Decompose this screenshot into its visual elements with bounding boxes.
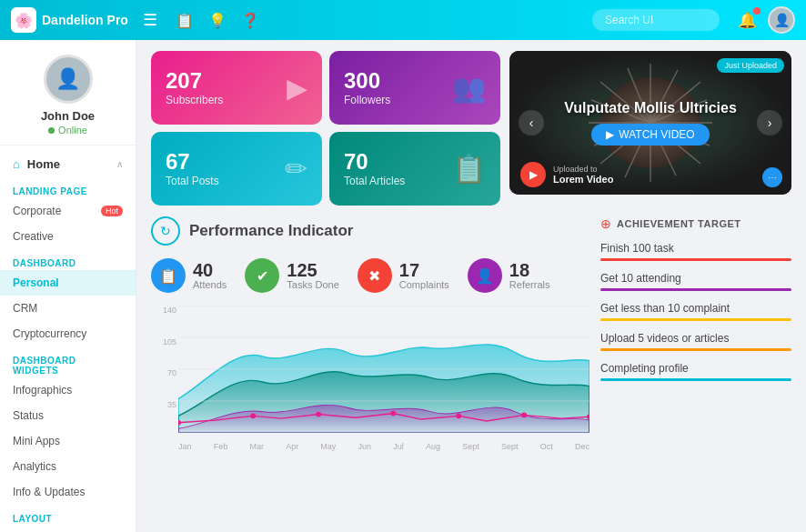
crypto-label: Cryptocurrency <box>13 327 86 340</box>
infoupdates-label: Info & Updates <box>13 486 85 498</box>
kpi-label-tasks: Tasks Done <box>287 279 338 290</box>
achievement-text-5: Completing profile <box>600 362 791 375</box>
kpi-number-tasks: 125 <box>287 261 338 279</box>
kpi-label-referrals: Referrals <box>509 279 550 290</box>
kpi-icon-complaints: ✖ <box>358 258 392 293</box>
video-prev-button[interactable]: ‹ <box>519 110 544 136</box>
achievement-item-2: Get 10 attending <box>600 272 791 291</box>
user-avatar[interactable]: 👤 <box>768 6 795 34</box>
menu-button[interactable]: ☰ <box>143 10 157 30</box>
kpi-tasks: ✔ 125 Tasks Done <box>245 258 338 293</box>
watch-video-button[interactable]: ▶ WATCH VIDEO <box>591 124 709 146</box>
kpi-number-attends: 40 <box>193 261 227 279</box>
kpi-referrals: 👤 18 Referrals <box>468 258 550 293</box>
sidebar-item-personal[interactable]: Personal <box>0 270 136 296</box>
stat-number-articles: 70 <box>344 151 405 173</box>
x-label-mar: Mar <box>249 442 264 451</box>
sidebar-item-analytics[interactable]: Analytics <box>0 454 136 479</box>
video-next-button[interactable]: › <box>757 110 782 136</box>
achievement-header: ⊕ ACHIEVEMENT TARGET <box>600 216 791 231</box>
sidebar-item-crypto[interactable]: Cryptocurrency <box>0 321 136 346</box>
sidebar-item-miniapps[interactable]: Mini Apps <box>0 428 136 454</box>
logo-flower-icon: 🌸 <box>15 12 33 29</box>
sidebar-avatar: 👤 <box>44 55 93 104</box>
x-label-dec: Dec <box>575 442 589 451</box>
followers-icon: 👥 <box>452 72 486 104</box>
sidebar-item-infoupdates[interactable]: Info & Updates <box>0 479 136 505</box>
performance-main: ↻ Performance Indicator 📋 40 Attends <box>151 216 589 451</box>
home-icon: ⌂ <box>13 157 20 171</box>
sidebar-item-status[interactable]: Status <box>0 403 136 428</box>
video-bottom-info: ▶ Uploaded to Lorem Video <box>520 162 613 187</box>
performance-header: ↻ Performance Indicator <box>151 216 589 246</box>
app-name: Dandelion Pro <box>42 13 128 27</box>
achievement-list: Finish 100 task Get 10 attending Get les… <box>600 242 791 381</box>
chart-y-labels: 140 105 70 35 <box>151 306 176 433</box>
status-text: Online <box>58 125 87 136</box>
notification-badge <box>753 7 761 15</box>
x-label-jun: Jun <box>358 442 372 451</box>
notification-bell[interactable]: 🔔 <box>738 11 757 30</box>
x-label-aug: Aug <box>426 442 440 451</box>
stat-card-followers: 300 Followers 👥 <box>329 51 500 125</box>
y-label-105: 105 <box>151 337 176 346</box>
kpi-icon-tasks: ✔ <box>245 258 279 293</box>
stat-label-followers: Followers <box>344 94 390 106</box>
personal-label: Personal <box>13 276 59 289</box>
kpi-number-complaints: 17 <box>399 261 449 279</box>
video-name: Lorem Video <box>553 174 613 185</box>
chat-icon[interactable]: 📋 <box>176 12 194 29</box>
x-label-feb: Feb <box>214 442 228 451</box>
search-input[interactable] <box>592 9 720 31</box>
x-label-may: May <box>320 442 336 451</box>
sidebar-item-home[interactable]: ⌂ Home ∧ <box>0 151 136 177</box>
achievement-text-3: Get less than 10 complaint <box>600 302 791 315</box>
sidebar-item-crm[interactable]: CRM <box>0 296 136 321</box>
x-label-sept1: Sept <box>462 442 479 451</box>
play-icon: ▶ <box>287 72 307 104</box>
topnav-right: 🔔 👤 <box>738 6 795 34</box>
kpi-text-complaints: 17 Complaints <box>399 261 449 290</box>
performance-chart: 140 105 70 35 <box>151 306 589 451</box>
video-play-circle[interactable]: ▶ <box>520 162 546 187</box>
performance-icon: ↻ <box>151 216 180 246</box>
analytics-label: Analytics <box>13 460 56 473</box>
achievement-bar-5 <box>600 378 791 381</box>
video-more-button[interactable]: ⋯ <box>762 167 782 187</box>
stat-text-articles: 70 Total Articles <box>344 151 405 187</box>
miniapps-label: Mini Apps <box>13 435 60 447</box>
dashboard-section-title: DASHBOARD <box>0 249 136 270</box>
sidebar-item-corporate[interactable]: Corporate Hot <box>0 198 136 224</box>
lightbulb-icon[interactable]: 💡 <box>208 12 227 29</box>
corporate-label: Corporate <box>13 205 61 217</box>
kpi-icon-referrals: 👤 <box>468 258 502 293</box>
landing-section-title: LANDING PAGE <box>0 177 136 198</box>
x-label-oct: Oct <box>540 442 553 451</box>
sidebar-item-creative[interactable]: Creative <box>0 224 136 249</box>
achievement-bar-2 <box>600 288 791 291</box>
top-section: 207 Subscribers ▶ 300 Followers 👥 <box>151 51 791 206</box>
home-label: Home <box>27 157 60 171</box>
svg-point-20 <box>390 411 396 417</box>
x-label-jul: Jul <box>393 442 404 451</box>
svg-point-22 <box>521 413 527 418</box>
stat-card-posts: 67 Total Posts ✏ <box>151 132 322 206</box>
featured-video: Vulputate Mollis Ultricies ▶ WATCH VIDEO… <box>509 51 791 195</box>
chart-x-labels: Jan Feb Mar Apr May Jun Jul Aug Sept Sep… <box>178 442 589 451</box>
sidebar-item-infographics[interactable]: Infographics <box>0 377 136 403</box>
layout-section-title: LAYOUT <box>0 505 136 526</box>
video-section: Vulputate Mollis Ultricies ▶ WATCH VIDEO… <box>509 51 791 206</box>
achievement-item-5: Completing profile <box>600 362 791 381</box>
stat-label-subscribers: Subscribers <box>166 94 223 106</box>
y-label-35: 35 <box>151 400 176 409</box>
stat-label-posts: Total Posts <box>166 175 219 187</box>
logo-icon: 🌸 <box>11 7 36 33</box>
main-area: 👤 John Doe Online ⌂ Home ∧ LANDING PAGE … <box>0 40 806 532</box>
hot-badge: Hot <box>101 206 123 216</box>
achievement-bar-3 <box>600 318 791 321</box>
status-label: Status <box>13 409 44 422</box>
pencil-icon: ✏ <box>285 153 307 185</box>
sidebar-profile: 👤 John Doe Online <box>0 40 136 146</box>
help-icon[interactable]: ❓ <box>241 12 259 29</box>
achievement-bar-1 <box>600 258 791 261</box>
